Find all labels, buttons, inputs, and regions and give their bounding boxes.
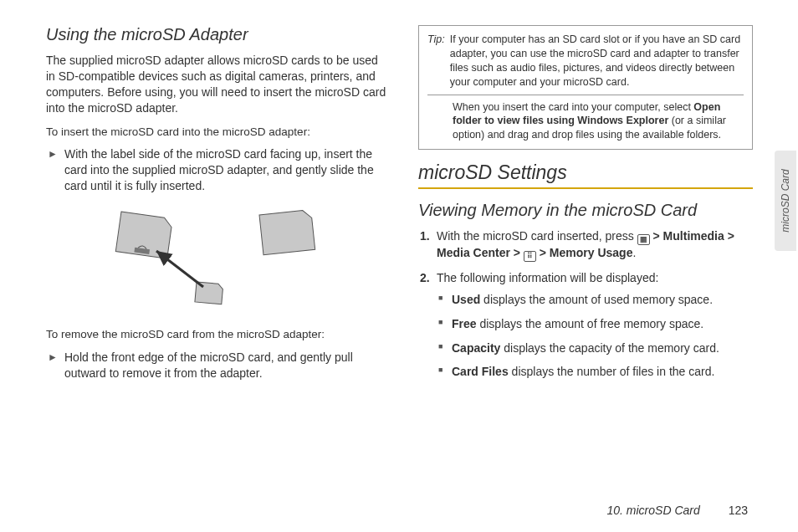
page-columns: Using the microSD Adapter The supplied m…	[46, 25, 756, 489]
heading-using-adapter: Using the microSD Adapter	[46, 25, 389, 44]
step-1-pre: With the microSD card inserted, press	[437, 229, 637, 243]
heading-viewing-memory: Viewing Memory in the microSD Card	[418, 201, 753, 220]
sep-4: >	[540, 246, 546, 259]
insert-step-1: With the label side of the microSD card …	[64, 146, 389, 194]
remove-steps: Hold the front edge of the microSD card,…	[46, 350, 389, 381]
info-cardfiles: Card Files displays the number of files …	[452, 364, 753, 380]
capacity-text: displays the capacity of the memory card…	[500, 341, 719, 355]
side-tab-label: microSD Card	[780, 169, 791, 232]
remove-step-1: Hold the front edge of the microSD card,…	[64, 350, 389, 381]
svg-line-1	[156, 251, 203, 287]
remove-label: To remove the microSD card from the micr…	[46, 327, 389, 342]
step-2-text: The following information will be displa…	[437, 271, 658, 284]
sep-1: >	[653, 229, 660, 243]
tip-box: Tip: If your computer has an SD card slo…	[418, 25, 753, 150]
capacity-label: Capacity	[452, 341, 500, 355]
step-2: 2. The following information will be dis…	[437, 270, 753, 380]
nav-media-center: Media Center	[437, 246, 510, 259]
heading-microsd-settings: microSD Settings	[418, 161, 753, 189]
nav-memory-usage: Memory Usage	[550, 246, 633, 259]
used-label: Used	[452, 293, 480, 306]
intro-paragraph: The supplied microSD adapter allows micr…	[46, 53, 389, 116]
right-column: Tip: If your computer has an SD card slo…	[418, 25, 753, 489]
sep-2: >	[728, 229, 734, 243]
nav-multimedia: Multimedia	[663, 229, 724, 243]
step-2-number: 2.	[420, 270, 430, 287]
insert-label: To insert the microSD card into the micr…	[46, 125, 389, 140]
step-1: 1. With the microSD card inserted, press…	[437, 228, 753, 262]
cardfiles-text: displays the number of files in the card…	[509, 365, 715, 378]
free-label: Free	[452, 317, 477, 330]
tip-body2-pre: When you insert the card into your compu…	[453, 101, 693, 113]
info-used: Used displays the amount of used memory …	[452, 292, 753, 308]
used-text: displays the amount of used memory space…	[480, 293, 713, 306]
cardfiles-label: Card Files	[452, 365, 509, 378]
footer-page-number: 123	[729, 504, 748, 517]
menu-key-icon: ▦	[637, 234, 650, 245]
footer-chapter: 10. microSD Card	[606, 504, 699, 517]
tip-body-1: If your computer has an SD card slot or …	[450, 33, 744, 90]
side-tab: microSD Card	[775, 151, 796, 251]
sep-3: >	[514, 246, 520, 259]
info-capacity: Capacity displays the capacity of the me…	[452, 340, 753, 356]
insert-steps: With the label side of the microSD card …	[46, 146, 389, 194]
tip-label: Tip:	[427, 33, 445, 90]
step-1-number: 1.	[420, 228, 430, 245]
info-list: Used displays the amount of used memory …	[437, 292, 753, 381]
sd-adapter-diagram	[46, 205, 389, 314]
steps-list: 1. With the microSD card inserted, press…	[418, 228, 753, 380]
tip-body-2: When you insert the card into your compu…	[427, 100, 744, 143]
options-key-icon: ⠿	[524, 251, 536, 262]
free-text: displays the amount of free memory space…	[477, 317, 704, 330]
info-free: Free displays the amount of free memory …	[452, 316, 753, 332]
left-column: Using the microSD Adapter The supplied m…	[46, 25, 389, 489]
page-footer: 10. microSD Card 123	[606, 504, 748, 517]
